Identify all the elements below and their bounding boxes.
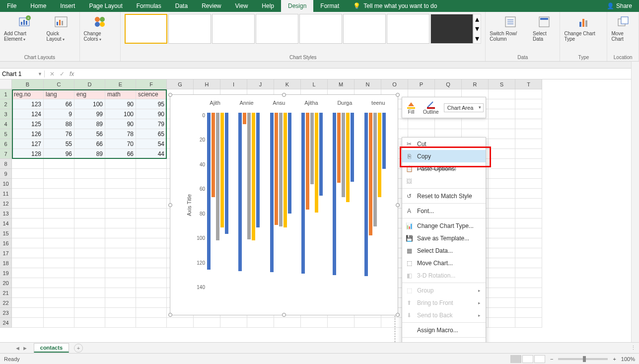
col-header-O[interactable]: O [381,79,408,89]
cell-C6[interactable]: 55 [44,139,74,149]
col-header-P[interactable]: P [408,79,435,89]
view-normal-icon[interactable] [510,355,521,363]
context-reset[interactable]: ↺Reset to Match Style [402,190,486,202]
cell-D11[interactable] [74,189,105,199]
cell-T8[interactable] [515,159,542,169]
chart-style-6[interactable] [343,14,386,44]
cell-E23[interactable] [105,308,136,318]
cancel-icon[interactable]: ✕ [50,71,55,77]
cell-D14[interactable] [74,218,105,228]
cell-E20[interactable] [105,278,136,288]
cell-Q4[interactable] [435,119,462,129]
cell-C1[interactable]: lang [44,89,74,99]
cell-F24[interactable] [136,318,167,328]
cell-D12[interactable] [74,199,105,209]
cell-S14[interactable] [489,218,515,228]
cell-T20[interactable] [515,278,542,288]
chart-style-1[interactable] [125,14,167,44]
chart-object[interactable]: AjithAnnieAnsuAjithaDurgateenu 020406080… [170,94,398,315]
cell-B4[interactable]: 125 [12,119,44,129]
cell-C22[interactable] [44,298,74,308]
context-macro[interactable]: Assign Macro... [402,324,486,336]
zoom-slider[interactable] [558,358,608,360]
cell-C13[interactable] [44,209,74,218]
cell-D17[interactable] [74,248,105,258]
cell-S6[interactable] [489,139,515,149]
chart-element-dropdown[interactable]: Chart Area [444,103,484,112]
cell-B2[interactable]: 123 [12,99,44,109]
row-header-23[interactable]: 23 [0,308,12,318]
col-header-K[interactable]: K [274,79,301,89]
tab-page-layout[interactable]: Page Layout [82,0,129,12]
row-header-2[interactable]: 2 [0,99,12,109]
sheet-scroll-dots[interactable]: ⋮ [631,345,639,351]
context-font[interactable]: AFont... [402,205,486,217]
row-header-16[interactable]: 16 [0,238,12,248]
cell-S15[interactable] [489,228,515,238]
chart-style-4[interactable] [256,14,298,44]
cell-C20[interactable] [44,278,74,288]
col-header-M[interactable]: M [328,79,355,89]
cell-S24[interactable] [489,318,515,328]
cell-C14[interactable] [44,218,74,228]
cell-E22[interactable] [105,298,136,308]
cell-T15[interactable] [515,228,542,238]
tab-data[interactable]: Data [168,0,195,12]
cell-H24[interactable] [194,318,220,328]
chart-style-2[interactable] [168,14,211,44]
cell-F10[interactable] [136,179,167,189]
cell-F16[interactable] [136,238,167,248]
context-copy[interactable]: ⎘Copy [402,150,486,162]
cell-F6[interactable]: 54 [136,139,167,149]
change-chart-type-button[interactable]: Change Chart Type [564,14,603,42]
cell-C9[interactable] [44,169,74,179]
cell-D20[interactable] [74,278,105,288]
tab-formulas[interactable]: Formulas [130,0,168,12]
col-header-G[interactable]: G [167,79,194,89]
cell-B24[interactable] [12,318,44,328]
row-header-3[interactable]: 3 [0,109,12,119]
cell-D18[interactable] [74,258,105,268]
cell-C17[interactable] [44,248,74,258]
col-header-F[interactable]: F [136,79,167,89]
cell-S17[interactable] [489,248,515,258]
add-sheet-button[interactable]: + [74,344,83,353]
cell-E7[interactable]: 66 [105,149,136,159]
cell-F21[interactable] [136,288,167,298]
cell-T11[interactable] [515,189,542,199]
cell-B13[interactable] [12,209,44,218]
row-header-5[interactable]: 5 [0,129,12,139]
cell-C24[interactable] [44,318,74,328]
cell-S22[interactable] [489,298,515,308]
cell-E9[interactable] [105,169,136,179]
cell-N24[interactable] [355,318,381,328]
tab-file[interactable]: File [0,0,23,12]
row-header-8[interactable]: 8 [0,159,12,169]
chart-style-5[interactable] [299,14,342,44]
tab-insert[interactable]: Insert [53,0,82,12]
cell-T19[interactable] [515,268,542,278]
tab-design[interactable]: Design [281,0,313,12]
cell-S11[interactable] [489,189,515,199]
cell-F4[interactable]: 79 [136,119,167,129]
row-header-13[interactable]: 13 [0,209,12,218]
cell-F11[interactable] [136,189,167,199]
col-header-R[interactable]: R [462,79,489,89]
cell-D2[interactable]: 100 [74,99,105,109]
name-box[interactable]: Chart 1 ▼ [0,71,45,77]
col-header-I[interactable]: I [220,79,247,89]
cell-C3[interactable]: 9 [44,109,74,119]
cell-R4[interactable] [462,119,489,129]
cell-E19[interactable] [105,268,136,278]
cell-E8[interactable] [105,159,136,169]
cell-E16[interactable] [105,238,136,248]
row-header-6[interactable]: 6 [0,139,12,149]
cell-D6[interactable]: 66 [74,139,105,149]
cell-D24[interactable] [74,318,105,328]
row-header-18[interactable]: 18 [0,258,12,268]
cell-T4[interactable] [515,119,542,129]
col-header-T[interactable]: T [515,79,542,89]
tab-help[interactable]: Help [255,0,281,12]
row-header-14[interactable]: 14 [0,218,12,228]
share-button[interactable]: 👤 Share [600,2,639,9]
